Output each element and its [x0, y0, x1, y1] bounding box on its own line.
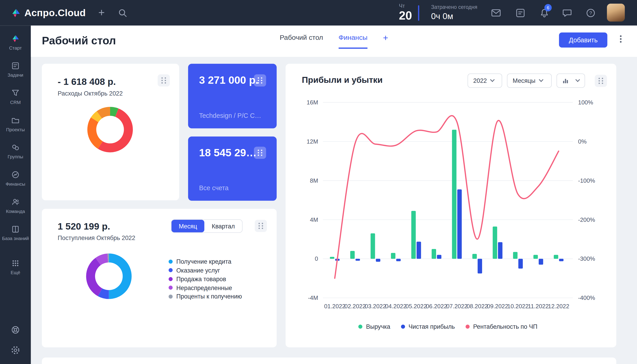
time-spent-value: 0ч 0м [431, 10, 477, 22]
expenses-amount: - 1 618 408 р. [58, 76, 123, 87]
sidebar-item-groups[interactable]: Группы [0, 140, 31, 168]
legend-dot-icon [168, 268, 173, 272]
svg-text:0%: 0% [578, 138, 586, 145]
sidebar-bottom [10, 325, 20, 357]
svg-text:-200%: -200% [578, 216, 595, 223]
expenses-donut-chart [84, 103, 136, 156]
sidebar: Старт Задачи CRM Проекты [0, 26, 31, 364]
chat-icon [562, 8, 572, 18]
sidebar-item-start[interactable]: Старт [0, 32, 31, 59]
groups-icon [11, 143, 20, 152]
app-window: Аспро.Cloud + Чт 20 Затрачено сегодня 0ч… [0, 0, 637, 364]
svg-text:-4M: -4M [308, 294, 318, 301]
add-widget-button[interactable]: Добавить [559, 32, 608, 48]
legend-label: Проценты к получению [176, 293, 242, 300]
notes-button[interactable] [515, 8, 526, 18]
start-icon [11, 34, 20, 43]
time-tracker[interactable]: Затрачено сегодня 0ч 0м [431, 4, 477, 22]
account-label: Techdesign / Р/С С… [199, 112, 261, 120]
svg-text:08.2022: 08.2022 [466, 303, 488, 310]
mail-button[interactable] [491, 8, 501, 18]
chevron-down-icon [575, 77, 580, 82]
svg-text:-400%: -400% [578, 294, 595, 301]
avatar[interactable] [607, 4, 625, 22]
income-widget: 1 520 199 р. Поступления Октябрь 2022 Ме… [42, 209, 277, 348]
logo-text: Аспро.Cloud [24, 7, 86, 18]
search-button[interactable] [118, 8, 128, 20]
year-select[interactable]: 2022 [468, 74, 502, 88]
dashboard-tabs: Рабочий стол Финансы + [280, 34, 388, 49]
bottom-widget-partial [42, 358, 616, 364]
legend-item: Оказание услуг [168, 266, 242, 274]
svg-text:05.2022: 05.2022 [406, 303, 427, 310]
support-icon [10, 325, 20, 335]
legend-dot-icon [168, 260, 173, 264]
sidebar-item-label: Старт [8, 46, 22, 51]
help-button[interactable]: ? [585, 8, 596, 18]
header-menu-button[interactable] [617, 35, 624, 48]
support-button[interactable] [10, 325, 20, 336]
projects-icon [11, 116, 20, 125]
period-select-value: Месяцы [513, 77, 536, 84]
chevron-down-icon [490, 77, 495, 82]
svg-text:-100%: -100% [578, 178, 595, 184]
settings-button[interactable] [10, 345, 20, 357]
svg-text:03.2022: 03.2022 [365, 303, 386, 310]
pnl-combo-chart: 16M100%12M0%8M-100%4M-200%0-300%-4M-400%… [286, 64, 616, 347]
main-area: Рабочий стол Рабочий стол Финансы + Доба… [31, 26, 637, 364]
bar-chart-icon [562, 77, 569, 84]
notification-badge: 6 [544, 4, 552, 12]
legend-dot-icon [168, 277, 173, 281]
chart-type-select[interactable] [556, 74, 585, 88]
add-tab-button[interactable]: + [383, 33, 388, 42]
logo-icon [10, 8, 21, 18]
sidebar-item-tasks[interactable]: Задачи [0, 59, 31, 86]
calendar-today[interactable]: Чт 20 [399, 3, 412, 22]
legend-item[interactable]: Выручка [358, 322, 390, 331]
legend-item[interactable]: Чистая прибыль [401, 322, 455, 331]
period-select[interactable]: Месяцы [507, 74, 552, 88]
drag-handle-icon[interactable] [255, 220, 267, 232]
sidebar-item-knowledge-base[interactable]: База знаний [0, 222, 31, 256]
svg-text:100%: 100% [578, 99, 593, 106]
drag-handle-icon[interactable] [254, 147, 266, 159]
toggle-quarter-button[interactable]: Квартал [204, 220, 242, 232]
knowledge-base-icon [11, 224, 20, 234]
legend-label: Рентабельность по ЧП [473, 323, 538, 330]
account-widget-all[interactable]: 18 545 29… Все счета [188, 136, 277, 201]
sidebar-item-finance[interactable]: Финансы [0, 168, 31, 195]
svg-text:06.2022: 06.2022 [426, 303, 447, 310]
toggle-month-button[interactable]: Месяц [172, 220, 204, 232]
tab-desktop[interactable]: Рабочий стол [280, 34, 323, 48]
sidebar-item-label: Проекты [5, 127, 26, 132]
svg-text:12.2022: 12.2022 [548, 303, 570, 310]
chat-button[interactable] [562, 8, 572, 18]
income-subtitle: Поступления Октябрь 2022 [58, 234, 135, 241]
tab-finance[interactable]: Финансы [338, 34, 368, 49]
legend-dot-icon [401, 324, 405, 328]
legend-label: Чистая прибыль [408, 323, 455, 330]
sidebar-item-projects[interactable]: Проекты [0, 113, 31, 140]
svg-text:0: 0 [315, 256, 318, 262]
svg-text:09.2022: 09.2022 [487, 303, 508, 310]
legend-item: Проценты к получению [168, 292, 242, 301]
svg-text:11.2022: 11.2022 [528, 303, 549, 310]
tasks-icon [11, 62, 20, 70]
account-widget-techdesign[interactable]: 3 271 000 р. Techdesign / Р/С С… [188, 64, 277, 128]
sidebar-item-more[interactable]: Ещё [0, 256, 31, 284]
sidebar-item-crm[interactable]: CRM [0, 86, 31, 114]
legend-label: Оказание услуг [176, 267, 220, 274]
drag-handle-icon[interactable] [595, 75, 607, 87]
create-button[interactable]: + [96, 0, 107, 26]
legend-dot-icon [168, 286, 173, 290]
notifications-button[interactable]: 6 [539, 8, 550, 18]
sidebar-item-team[interactable]: Команда [0, 195, 31, 222]
expenses-subtitle: Расходы Октябрь 2022 [58, 90, 123, 97]
drag-handle-icon[interactable] [254, 74, 266, 87]
sidebar-item-label: Ещё [10, 270, 21, 275]
legend-item[interactable]: Рентабельность по ЧП [466, 322, 538, 331]
legend-dot-icon [168, 294, 173, 298]
app-logo[interactable]: Аспро.Cloud [10, 0, 86, 26]
period-toggle: Месяц Квартал [171, 219, 242, 233]
drag-handle-icon[interactable] [158, 74, 170, 87]
